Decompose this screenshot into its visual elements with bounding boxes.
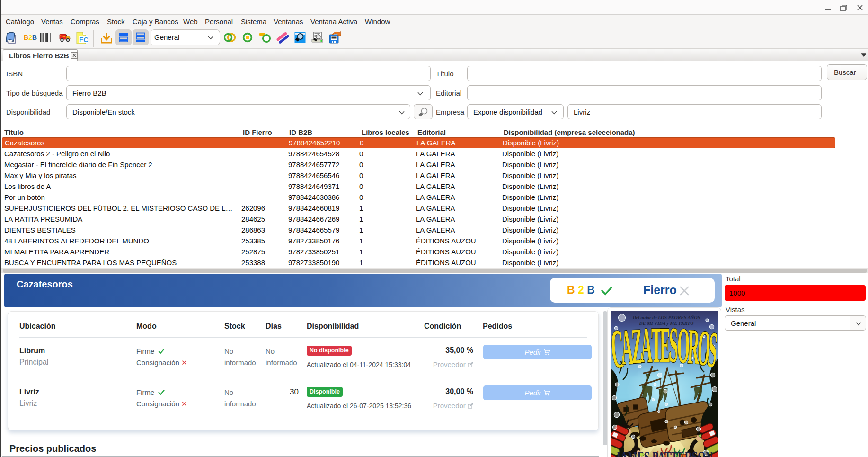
svg-text:FC: FC xyxy=(79,36,88,44)
svg-text:JAMES PATTERSON: JAMES PATTERSON xyxy=(615,448,713,457)
